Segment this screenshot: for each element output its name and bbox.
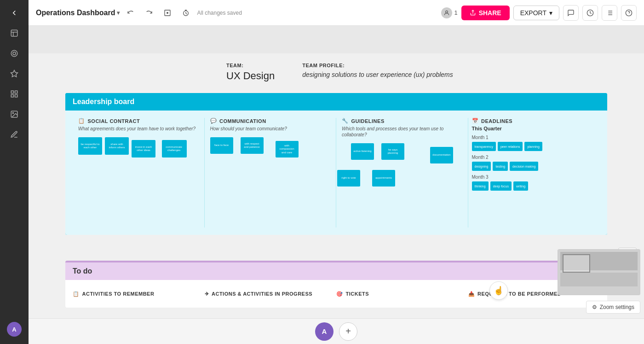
svg-point-13 [446,11,448,13]
team-profile-block: TEAM PROFILE: designing solutions to use… [302,63,453,82]
frame-button[interactable] [160,6,175,20]
guidelines-stickies: active listening he says planning docume… [342,143,462,187]
social-contract-icon: 📋 [78,118,85,124]
lb-deadlines: 📅 DEADLINES This Quarter Month 1 transpa… [468,118,600,227]
sticky-note: invest in each other ideas [132,140,155,157]
team-name: UX Design [226,70,275,82]
deadline-tag: designing [472,162,491,171]
list-button[interactable] [602,5,617,21]
svg-rect-0 [11,30,17,36]
sidebar-pen-icon[interactable] [5,125,23,144]
sidebar-note-icon[interactable] [5,24,23,42]
timer-button[interactable] [178,6,193,20]
canvas-content[interactable]: TEAM: UX Design TEAM PROFILE: designing … [29,26,644,318]
lb-social-contract-title: 📋 SOCIAL CONTRACT [78,118,199,124]
sticky-note: active listening [351,143,374,160]
deadlines-quarter: This Quarter [472,126,597,131]
lb-communication: 💬 COMMUNICATION How should your team com… [205,118,337,227]
deadlines-icon: 📅 [472,118,479,124]
minimap-viewport [563,254,590,273]
tickets-icon: 🎯 [336,291,343,297]
deadline-tag: decision making [510,162,538,171]
sticky-note: with compassion and care [276,141,299,157]
sticky-note: with respect and patience [241,137,264,154]
gear-icon: ⚙ [592,304,597,310]
comment-button[interactable] [563,5,579,21]
page-title: Operations Dashboard ▾ [36,9,120,17]
share-button[interactable]: SHARE [461,6,510,20]
month-1-tags: transparency peer relations planning [472,142,597,151]
zoom-settings-button[interactable]: ⚙ Zoom settings [586,301,640,314]
sticky-note: share with inform others [105,137,129,155]
lb-deadlines-title: 📅 DEADLINES [472,118,597,124]
svg-rect-6 [11,95,13,97]
sidebar-analytics-icon[interactable] [5,44,23,63]
sidebar-image-icon[interactable] [5,105,23,123]
user-avatar[interactable]: A [7,322,22,337]
deadline-tag: testing [493,162,508,171]
leadership-board: Leadership board 📋 SOCIAL CONTRACT What … [65,93,607,235]
sticky-note: communicate challenges [162,140,186,157]
svg-point-2 [13,52,16,55]
minimap [558,249,640,295]
todo-title: To do [73,267,92,275]
sidebar: A [0,0,29,344]
bottom-avatar[interactable]: A [315,322,334,341]
sticky-note: face to face [210,137,233,154]
bottom-bar: A + [29,318,644,344]
deadline-tag: planning [524,142,542,151]
team-name-block: TEAM: UX Design [226,63,275,82]
communication-subtitle: How should your team communicate? [210,126,331,132]
gray-band [29,26,644,53]
team-info: TEAM: UX Design TEAM PROFILE: designing … [29,53,644,93]
sidebar-back-icon[interactable] [5,4,23,22]
svg-rect-5 [15,91,17,93]
team-profile-value: designing solutions to user experience (… [302,71,453,78]
deadline-tag: transparency [472,142,496,151]
export-chevron-icon: ▾ [549,9,552,17]
sidebar-star-icon[interactable] [5,64,23,83]
user-count: 1 [454,9,457,16]
deadline-tag: writing [513,181,528,191]
sticky-note: right to vote [337,170,360,187]
title-chevron-icon[interactable]: ▾ [117,10,120,16]
requests-icon: 📥 [468,291,475,297]
svg-point-1 [11,50,17,57]
social-contract-stickies: be respectful to each other share with i… [78,137,199,157]
sticky-note: be respectful to each other [78,137,102,155]
todo-section: To do 📋 ACTIVITIES TO REMEMBER ✈ ACTIONS… [65,261,607,308]
todo-header: To do [65,262,607,280]
todo-col-activities: 📋 ACTIVITIES TO REMEMBER [73,287,205,300]
month-3-tags: thinking deep focus writing [472,181,597,191]
svg-point-11 [167,12,168,13]
svg-rect-4 [11,91,13,93]
redo-button[interactable] [142,6,156,20]
sticky-note: he says planning [381,143,404,160]
sticky-note: documentation [430,147,453,163]
deadline-tag: deep focus [490,181,512,191]
lb-guidelines-title: 🔧 GUIDELINES [342,118,462,124]
share-label: SHARE [479,9,501,17]
leadership-board-title: Leadership board [73,98,134,105]
export-button[interactable]: EXPORT ▾ [513,6,559,20]
undo-button[interactable] [123,6,138,20]
add-user-button[interactable]: + [339,322,357,341]
team-label: TEAM: [226,63,275,68]
lb-communication-title: 💬 COMMUNICATION [210,118,331,124]
guidelines-subtitle: Which tools and processes does your team… [342,126,462,138]
lb-guidelines: 🔧 GUIDELINES Which tools and processes d… [336,118,468,227]
team-profile-label: TEAM PROFILE: [302,63,453,68]
actions-icon: ✈ [205,291,209,297]
social-contract-subtitle: What agreements does your team have to w… [78,126,199,132]
sidebar-grid-icon[interactable] [5,85,23,103]
main-area: Operations Dashboard ▾ All changes saved [29,0,644,344]
deadline-tag: thinking [472,181,489,191]
help-button[interactable] [621,5,637,21]
hand-tool-button[interactable]: ☝ [489,281,508,300]
month-2-tags: designing testing decision making [472,162,597,171]
user-indicator: 1 [441,7,457,18]
history-button[interactable] [582,5,598,21]
minimap-inner [558,250,640,295]
activities-icon: 📋 [73,291,80,297]
deadline-tag: peer relations [498,142,523,151]
